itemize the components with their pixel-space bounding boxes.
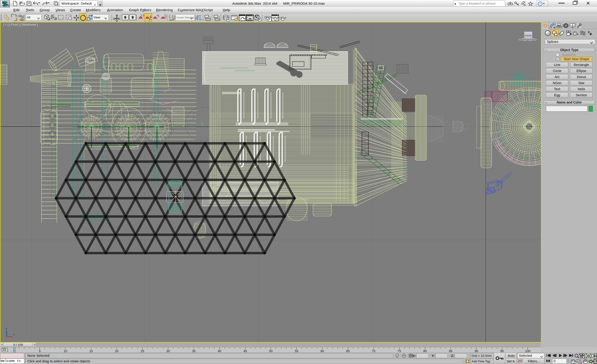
svg-text:%: % [157, 14, 159, 17]
svg-text:FRONT: FRONT [525, 34, 532, 37]
svg-text:10: 10 [64, 349, 67, 353]
svg-text:15: 15 [89, 349, 93, 353]
svg-text:80: 80 [423, 349, 427, 353]
svg-text:[ + ] [ Front ] [ Wireframe ]: [ + ] [ Front ] [ Wireframe ] [3, 23, 38, 26]
svg-text:75: 75 [398, 349, 401, 353]
svg-text:?: ? [539, 2, 541, 6]
svg-text:30: 30 [166, 349, 170, 353]
svg-text:35: 35 [192, 349, 196, 353]
svg-text:40: 40 [218, 349, 221, 353]
svg-text:65: 65 [346, 349, 350, 353]
svg-text:2.5: 2.5 [140, 14, 144, 17]
svg-text:90: 90 [475, 349, 478, 353]
svg-text:45: 45 [244, 349, 247, 353]
svg-text:{..}: {..} [169, 14, 173, 18]
svg-text:ABC: ABC [169, 19, 173, 21]
svg-text:95: 95 [500, 349, 504, 353]
svg-text:20: 20 [115, 349, 118, 353]
svg-text:60: 60 [320, 349, 324, 353]
svg-text:25: 25 [141, 349, 144, 353]
svg-text:5: 5 [39, 349, 40, 353]
svg-text:50: 50 [269, 349, 273, 353]
svg-text:100: 100 [525, 349, 531, 353]
svg-text:70: 70 [372, 349, 376, 353]
svg-text:55: 55 [295, 349, 298, 353]
svg-text:85: 85 [449, 349, 452, 353]
svg-text:z: z [6, 327, 7, 330]
svg-text:x: x [13, 333, 15, 336]
